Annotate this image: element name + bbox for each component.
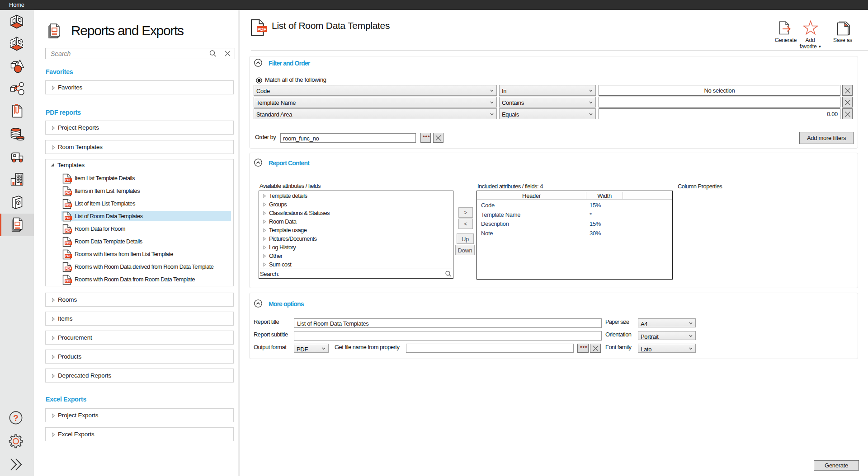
svg-text:PDF: PDF	[66, 242, 71, 245]
svg-text:?: ?	[13, 413, 19, 423]
svg-text:PDF: PDF	[66, 204, 71, 207]
svg-text:PDF: PDF	[66, 229, 71, 232]
svg-text:PDF: PDF	[66, 178, 71, 182]
svg-text:PDF: PDF	[66, 254, 71, 257]
svg-text:PDF: PDF	[66, 191, 71, 194]
svg-text:PDF: PDF	[66, 267, 71, 270]
svg-text:PDF: PDF	[66, 280, 71, 283]
svg-text:PDF: PDF	[66, 216, 71, 219]
svg-text:PDF: PDF	[258, 27, 266, 32]
